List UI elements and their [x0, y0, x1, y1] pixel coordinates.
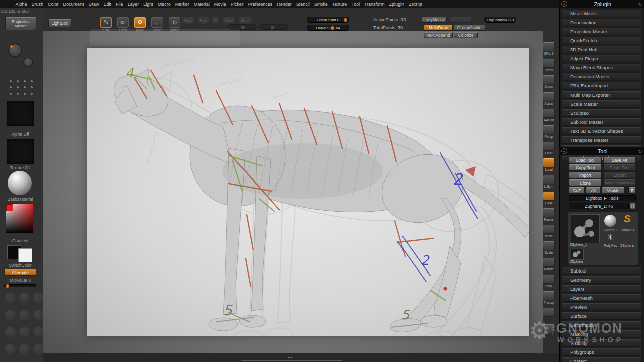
menu-item[interactable]: Draw: [86, 2, 101, 7]
midvalue-slider[interactable]: [4, 284, 36, 287]
tray-button[interactable]: [19, 310, 30, 320]
zplugin-menu-item[interactable]: Deactivation: [561, 19, 642, 26]
secondary-color-swatch[interactable]: [18, 248, 32, 262]
secondary-dial[interactable]: [23, 57, 33, 67]
zplugin-menu-item[interactable]: Scale Master: [561, 100, 642, 108]
tool-section-header[interactable]: Contact: [561, 357, 642, 362]
right-shelf-item[interactable]: Local: [538, 158, 559, 175]
bottom-scrollbar[interactable]: [242, 360, 342, 361]
colorize-button[interactable]: Colorize: [454, 32, 478, 38]
objshadow-slider[interactable]: ObjShadow 0.3: [484, 17, 516, 23]
right-shelf-item[interactable]: Scale: [538, 241, 559, 258]
tray-button[interactable]: [5, 310, 16, 320]
tool-section-header[interactable]: Subtool: [561, 267, 642, 275]
menu-item[interactable]: Texture: [330, 2, 349, 7]
texture-thumbnail[interactable]: [6, 139, 34, 165]
menu-item[interactable]: Edit: [101, 2, 114, 7]
right-shelf-item[interactable]: L.Sym: [538, 175, 559, 192]
lazymouse-button[interactable]: LazyMouse: [422, 17, 447, 23]
paste-tool-button[interactable]: Paste Tool: [603, 164, 636, 171]
zplugin-menu-item[interactable]: Sculpteo: [561, 109, 642, 117]
right-shelf-item[interactable]: SPix 3: [538, 42, 559, 59]
tray-button[interactable]: [33, 344, 44, 354]
right-shelf-item[interactable]: Persp: [538, 125, 559, 142]
goz-all-button[interactable]: All: [586, 187, 601, 194]
zplugin-header[interactable]: ‹ Zplugin ↻: [559, 0, 644, 8]
paint-mode-chip[interactable]: Mrgb: [181, 17, 195, 24]
right-shelf-item[interactable]: Frame: [538, 208, 559, 225]
focal-shift-slider[interactable]: Focal Shift 0: [307, 17, 349, 23]
tool-section-header[interactable]: Layers: [561, 285, 642, 293]
menu-item[interactable]: Marker: [173, 2, 191, 7]
import-button[interactable]: Import: [569, 172, 602, 178]
refresh-icon[interactable]: ↻: [638, 2, 642, 7]
current-color-swatch[interactable]: [6, 204, 13, 211]
menu-item[interactable]: Zplugin: [387, 2, 407, 7]
bottom-tray-handle[interactable]: ▴▴: [282, 355, 299, 359]
zplugin-menu-item[interactable]: Multi Map Exporter: [561, 91, 642, 99]
menu-item[interactable]: Layer: [125, 2, 141, 7]
right-shelf-item[interactable]: Scroll: [538, 59, 559, 75]
menu-item[interactable]: Preferences: [246, 2, 275, 7]
paint-mode-chip[interactable]: Rgb: [197, 17, 209, 24]
menu-item[interactable]: Zscript: [407, 2, 425, 7]
tray-button[interactable]: [19, 344, 30, 354]
right-shelf-item[interactable]: Zoom: [538, 75, 559, 92]
zplugin-menu-item[interactable]: SubTool Master: [561, 118, 642, 126]
zsphere-slot-thumbnail[interactable]: [571, 249, 584, 260]
document-area[interactable]: 4 2 2 5 5: [87, 48, 529, 336]
load-tool-button[interactable]: Load Tool: [569, 157, 602, 163]
tool-header[interactable]: ‹ Tool ↻: [559, 147, 644, 155]
menu-item[interactable]: Light: [141, 2, 156, 7]
menu-item[interactable]: Alpha: [13, 2, 29, 7]
right-shelf-item[interactable]: Rotate: [538, 258, 559, 275]
tool-r-button[interactable]: R: [630, 203, 636, 209]
current-tool-thumbnail[interactable]: [571, 214, 600, 243]
tray-button[interactable]: [5, 327, 16, 337]
right-shelf-item[interactable]: PolyF: [538, 275, 559, 291]
lightbox-tools-path[interactable]: Lightbox ► Tools: [569, 195, 636, 201]
menu-item[interactable]: Macro: [155, 2, 173, 7]
sphere3-tool-icon[interactable]: [604, 215, 616, 227]
zplugin-menu-item[interactable]: Misc Utilities: [561, 10, 642, 17]
focal-shift-nub[interactable]: [344, 18, 347, 22]
zplugin-menu-item[interactable]: 3D Print Hub: [561, 46, 642, 53]
zplugin-menu-item[interactable]: Decimation Master: [561, 73, 642, 80]
mode-button[interactable]: ✎ Edit: [100, 17, 112, 32]
zplugin-menu-item[interactable]: QuickSketch: [561, 37, 642, 44]
menu-item[interactable]: File: [114, 2, 126, 7]
draw-size-nub[interactable]: [331, 26, 334, 30]
mode-button[interactable]: ✥ Move: [134, 17, 146, 32]
tray-button[interactable]: [33, 293, 44, 303]
menu-item[interactable]: Render: [275, 2, 294, 7]
multidraw-button[interactable]: MultiDraw: [424, 25, 453, 31]
menu-item[interactable]: Tool: [349, 2, 362, 7]
right-shelf-item[interactable]: Floor: [538, 142, 559, 158]
z-intensity-slider[interactable]: [259, 24, 288, 30]
goz-r-button[interactable]: R: [629, 187, 636, 194]
save-as-button[interactable]: Save As: [603, 157, 636, 163]
tray-button[interactable]: [33, 310, 44, 320]
goz-button[interactable]: GoZ: [569, 187, 585, 194]
draw-size-slider[interactable]: Draw Size 64: [307, 25, 349, 31]
menu-item[interactable]: Movie: [212, 2, 228, 7]
menu-item[interactable]: Document: [61, 2, 86, 7]
refresh-icon[interactable]: ↻: [638, 149, 642, 154]
menu-item[interactable]: Brush: [29, 2, 46, 7]
alternate-button[interactable]: Alternate: [4, 269, 36, 276]
zplugin-menu-item[interactable]: Adjust Plugin: [561, 55, 642, 62]
canvas-viewport[interactable]: 4 2 2 5 5: [43, 31, 543, 353]
lightbox-button[interactable]: LightBox: [48, 19, 71, 27]
tray-button[interactable]: [5, 344, 16, 354]
tray-button[interactable]: [5, 293, 16, 303]
menu-item[interactable]: Material: [191, 2, 212, 7]
paint-mode-chip[interactable]: Zsub: [238, 17, 252, 24]
alpha-thumbnail[interactable]: [6, 101, 34, 127]
goz-visible-button[interactable]: Visible: [602, 187, 625, 194]
material-ball[interactable]: [8, 171, 32, 195]
multiappend-button[interactable]: MultiAppend: [424, 32, 453, 38]
menu-item[interactable]: Color: [46, 2, 61, 7]
stroke-dots-preview[interactable]: [7, 78, 35, 99]
export-button[interactable]: Export: [603, 172, 636, 178]
tool-section-header[interactable]: FiberMesh: [561, 294, 642, 302]
